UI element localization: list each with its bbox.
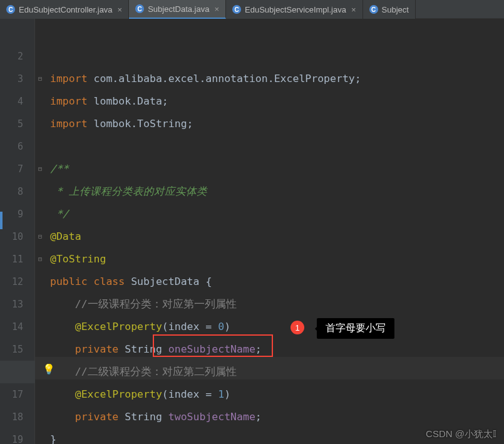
line-number: 10 [0, 225, 23, 248]
code-line: public class SubjectData { [50, 271, 504, 293]
line-number: 12 [0, 271, 23, 293]
code-editor[interactable]: 2 3 4 5 6 7 8 9 10 11 12 13 14 15 16 17 … [0, 19, 504, 444]
line-number: 6 [0, 135, 23, 158]
line-number: 15 [0, 338, 23, 361]
code-line: /** [50, 158, 504, 180]
line-number: 9 [0, 203, 23, 225]
line-number: 5 [0, 113, 23, 135]
gutter-current-line-highlight [0, 361, 35, 383]
code-line: */ [50, 203, 504, 225]
close-icon[interactable]: × [118, 5, 123, 14]
code-line: private String oneSubjectName; [50, 338, 504, 361]
tab-edusubjectserviceimpl[interactable]: C EduSubjectServiceImpl.java × [226, 0, 363, 19]
code-line: //一级课程分类：对应第一列属性 [50, 293, 504, 316]
annotation-step-badge: 1 [291, 321, 304, 334]
code-line: //二级课程分类：对应第二列属性 [50, 361, 504, 383]
tab-subjectdata[interactable]: C SubjectData.java × [129, 0, 226, 19]
java-class-icon: C [135, 4, 144, 13]
code-line: import com.alibaba.excel.annotation.Exce… [50, 68, 504, 90]
intention-bulb-icon[interactable]: 💡 [43, 363, 54, 374]
code-line: private String twoSubjectName; [50, 406, 504, 428]
code-line [50, 135, 504, 158]
line-number: 7 [0, 158, 23, 180]
tab-edusubjectcontroller[interactable]: C EduSubjectController.java × [0, 0, 129, 19]
watermark: CSDN @小犹太𝕀 [426, 428, 496, 440]
java-class-icon: C [232, 5, 241, 14]
line-number: 11 [0, 248, 23, 271]
annotation-tooltip: 首字母要小写 [317, 318, 394, 339]
close-icon[interactable]: × [214, 4, 219, 14]
line-number: 13 [0, 293, 23, 316]
code-line: import lombok.ToString; [50, 113, 504, 135]
line-number: 19 [0, 428, 23, 444]
tab-label: SubjectData.java [148, 4, 209, 14]
badge-number: 1 [295, 323, 299, 333]
code-line: import lombok.Data; [50, 90, 504, 113]
line-number: 4 [0, 90, 23, 113]
close-icon[interactable]: × [351, 5, 356, 14]
breakpoint-stripe [0, 212, 3, 229]
tab-label: Subject [382, 5, 409, 14]
line-number: 14 [0, 316, 23, 338]
tab-label: EduSubjectController.java [19, 5, 113, 14]
line-number: 8 [0, 180, 23, 203]
code-content[interactable]: import com.alibaba.excel.annotation.Exce… [35, 19, 504, 444]
tooltip-text: 首字母要小写 [326, 323, 386, 333]
code-line: @Data [50, 225, 504, 248]
code-line [50, 45, 504, 68]
code-line: @ExcelProperty(index = 1) [50, 383, 504, 406]
line-number [0, 23, 23, 45]
line-number: 18 [0, 406, 23, 428]
line-number: 17 [0, 383, 23, 406]
code-line: * 上传课程分类表的对应实体类 [50, 180, 504, 203]
tab-label: EduSubjectServiceImpl.java [245, 5, 346, 14]
code-line: @ToString [50, 248, 504, 271]
code-line: @ExcelProperty(index = 0) [50, 316, 504, 338]
tab-subject-truncated[interactable]: C Subject [363, 0, 416, 19]
java-class-icon: C [6, 5, 15, 14]
editor-tab-bar: C EduSubjectController.java × C SubjectD… [0, 0, 504, 19]
code-line [50, 23, 504, 45]
java-class-icon: C [369, 5, 378, 14]
line-number: 3 [0, 68, 23, 90]
line-number: 2 [0, 45, 23, 68]
